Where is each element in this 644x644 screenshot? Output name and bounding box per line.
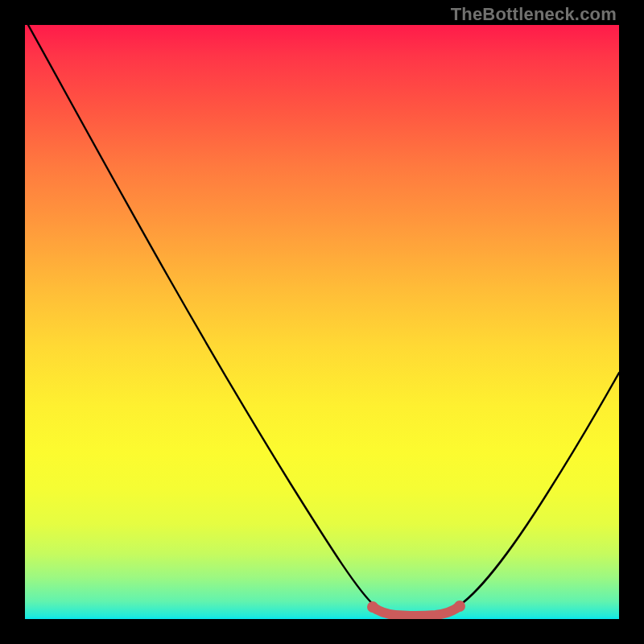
flat-segment-path [373, 606, 460, 616]
chart-frame: TheBottleneck.com [0, 0, 644, 644]
flat-segment-end-dot [454, 601, 465, 612]
plot-area [25, 25, 619, 619]
flat-segment-start-dot [367, 601, 378, 613]
watermark-text: TheBottleneck.com [451, 4, 617, 25]
curve-path [28, 25, 619, 617]
bottleneck-curve [25, 25, 619, 619]
